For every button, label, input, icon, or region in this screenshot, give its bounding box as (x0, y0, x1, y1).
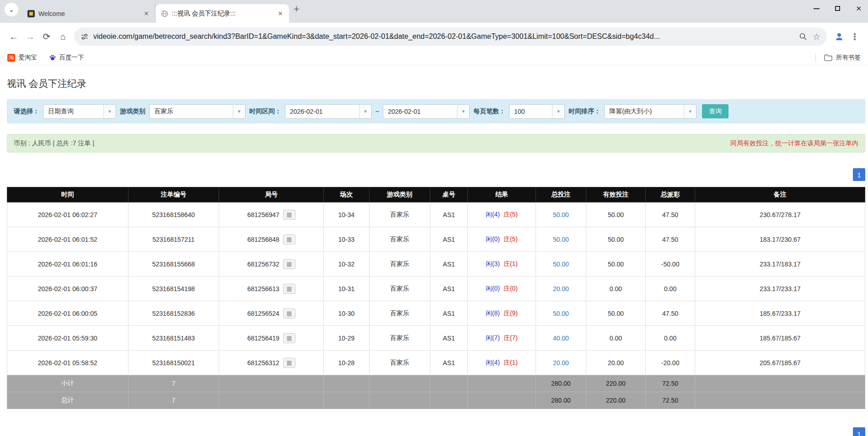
cell-total-bet: 20.00 (536, 276, 586, 301)
profile-avatar-icon[interactable] (831, 29, 847, 44)
total-bet-link[interactable]: 50.00 (553, 236, 569, 243)
cell-note: 233.17/183.17 (695, 252, 865, 276)
bookmark-baidu[interactable]: 百度一下 (49, 53, 84, 62)
window-close-icon[interactable]: ✕ (856, 5, 862, 11)
total-bet-link[interactable]: 50.00 (553, 211, 569, 218)
chevron-down-icon[interactable]: ▼ (457, 105, 469, 118)
page-size-select[interactable]: 100 ▼ (509, 104, 565, 119)
game-result-icon[interactable]: ▦ (283, 308, 295, 319)
page-1-button[interactable]: 1 (853, 168, 865, 181)
page-title: 视讯 会员下注纪录 (7, 77, 865, 90)
back-icon[interactable]: ← (5, 28, 22, 45)
col-valid-bet: 有效投注 (586, 187, 645, 202)
col-game-type: 游戏类别 (369, 187, 430, 202)
table-row: 2026-02-01 05:58:52 523168150021 6812563… (7, 351, 865, 375)
cell-note: 205.67/185.67 (695, 351, 865, 375)
cell-round: 681256613 ▦ (219, 276, 324, 301)
result-player: 闲(7) (486, 334, 500, 341)
minimize-icon[interactable] (814, 8, 820, 9)
bookmarks-bar: 淘 爱淘宝 百度一下 所有书签 (0, 50, 868, 65)
total-label: 总计 (7, 392, 129, 409)
game-result-icon[interactable]: ▦ (283, 284, 295, 294)
close-tab-icon[interactable]: × (276, 10, 284, 18)
game-type-select[interactable]: 百家乐 ▼ (149, 104, 246, 119)
all-bookmarks[interactable]: 所有书签 (815, 53, 861, 62)
cell-note: 183.17/230.67 (695, 227, 865, 252)
url-text[interactable]: videoie.com/game/betrecord_search/kind3?… (93, 32, 794, 41)
result-banker: 庄(1) (504, 359, 518, 366)
site-settings-icon[interactable] (80, 32, 89, 41)
home-icon[interactable]: ⌂ (55, 28, 71, 45)
round-number: 681256419 (247, 335, 279, 342)
new-tab-button[interactable]: + (294, 5, 300, 14)
cell-game-type: 百家乐 (369, 276, 430, 301)
cell-result: 闲(4) 庄(1) (468, 351, 536, 375)
game-result-icon[interactable]: ▦ (283, 234, 295, 245)
zoom-icon[interactable] (799, 32, 807, 41)
date-end-select[interactable]: 2026-02-01 ▼ (383, 104, 470, 119)
page-1-button[interactable]: 1 (853, 427, 865, 436)
total-payout: 72.50 (645, 392, 695, 409)
game-result-icon[interactable]: ▦ (283, 210, 295, 220)
close-tab-icon[interactable]: × (142, 10, 150, 18)
sort-select[interactable]: 降冪(由大到小) ▼ (604, 104, 697, 119)
game-result-icon[interactable]: ▦ (283, 259, 295, 269)
chevron-down-icon[interactable]: ▼ (684, 105, 696, 118)
cell-session: 10-31 (324, 276, 369, 301)
baidu-paw-icon (49, 54, 56, 61)
chevron-down-icon[interactable]: ▼ (103, 105, 116, 118)
total-total-bet: 280.00 (536, 392, 586, 409)
maximize-icon[interactable] (835, 6, 840, 11)
subtotal-count: 7 (128, 375, 219, 392)
total-bet-link[interactable]: 50.00 (553, 261, 569, 268)
result-player: 闲(3) (486, 260, 500, 267)
game-result-icon[interactable]: ▦ (283, 358, 295, 368)
tab-bet-records[interactable]: :::视讯 会员下注纪录::: × (155, 4, 289, 23)
total-bet-link[interactable]: 20.00 (553, 359, 569, 367)
cell-game-type: 百家乐 (369, 326, 430, 351)
cell-round: 681256732 ▦ (219, 252, 324, 276)
address-bar[interactable]: videoie.com/game/betrecord_search/kind3?… (74, 27, 827, 46)
result-banker: 庄(5) (504, 235, 518, 243)
cell-session: 10-34 (324, 202, 369, 227)
tab-welcome[interactable]: Welcome × (22, 4, 155, 23)
cell-valid-bet: 50.00 (586, 301, 645, 326)
chevron-down-icon[interactable]: ▼ (552, 105, 564, 118)
cell-result: 闲(0) 庄(0) (468, 276, 536, 301)
cell-game-type: 百家乐 (369, 351, 430, 375)
date-range-label: 时间区间： (249, 107, 281, 116)
query-type-select[interactable]: 日期查询 ▼ (43, 104, 116, 119)
total-bet-link[interactable]: 20.00 (553, 285, 569, 292)
chevron-down-icon[interactable]: ▼ (233, 105, 245, 118)
total-bet-link[interactable]: 50.00 (553, 310, 569, 317)
cell-table-no: AS1 (430, 252, 468, 276)
date-start-select[interactable]: 2026-02-01 ▼ (285, 104, 372, 119)
cell-payout: 47.50 (645, 301, 695, 326)
page-content: 视讯 会员下注纪录 请选择： 日期查询 ▼ 游戏类别 百家乐 ▼ 时间区间： 2… (0, 65, 868, 436)
browser-toolbar: ← → ⟳ ⌂ videoie.com/game/betrecord_searc… (0, 23, 868, 50)
cell-session: 10-29 (324, 326, 369, 351)
table-row: 2026-02-01 06:00:05 523168152836 6812565… (7, 301, 865, 326)
tab-search-button[interactable]: ⌄ (5, 3, 18, 16)
forward-icon[interactable]: → (22, 28, 38, 45)
cell-table-no: AS1 (430, 326, 468, 351)
pagination-bottom: 1 (7, 427, 865, 436)
cell-game-type: 百家乐 (369, 252, 430, 276)
cell-round: 681256947 ▦ (219, 202, 324, 227)
chevron-down-icon[interactable]: ▼ (359, 105, 371, 118)
bookmark-star-icon[interactable]: ☆ (813, 32, 820, 42)
total-bet-link[interactable]: 40.00 (553, 335, 569, 342)
cell-valid-bet: 0.00 (586, 276, 645, 301)
subtotal-valid-bet: 220.00 (586, 375, 645, 392)
col-time: 时间 (7, 187, 129, 202)
reload-icon[interactable]: ⟳ (38, 28, 55, 45)
game-result-icon[interactable]: ▦ (283, 333, 295, 343)
bookmark-taobao[interactable]: 淘 爱淘宝 (7, 53, 37, 62)
tab-title: Welcome (38, 10, 139, 17)
folder-icon (824, 54, 832, 61)
search-button[interactable]: 查询 (702, 104, 729, 118)
cell-time: 2026-02-01 06:02:27 (7, 202, 129, 227)
cell-round: 681256524 ▦ (219, 301, 324, 326)
cell-bet-id: 523168157211 (128, 227, 219, 252)
menu-icon[interactable]: ⋮ (847, 29, 863, 44)
